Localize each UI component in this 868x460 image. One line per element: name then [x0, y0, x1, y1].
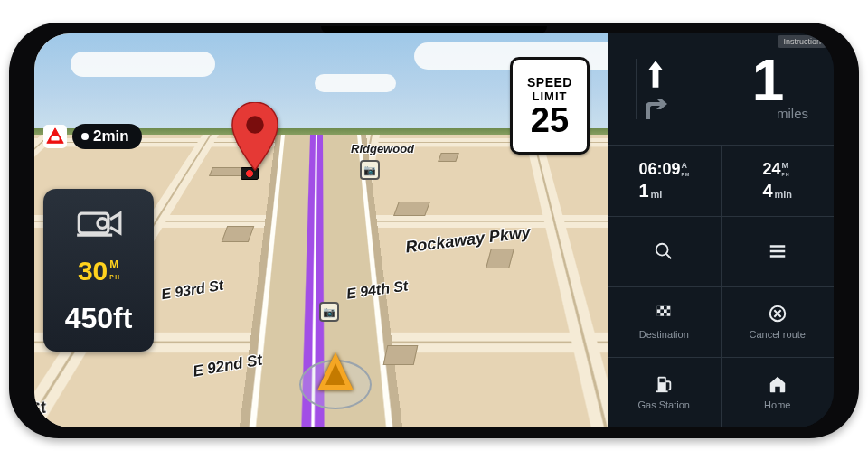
cancel-icon: [768, 304, 788, 324]
camera-poi-icon: 📷: [319, 302, 339, 322]
eta-time: 06:09AP M: [638, 160, 689, 179]
gas-pump-icon: [654, 374, 674, 394]
app-screen: 📷 📷 Ridgewood Rockaway Pkwy E 93rd St E …: [34, 33, 834, 427]
svg-rect-3: [79, 213, 108, 233]
speed-limit-sign: SPEED LIMIT 25: [510, 57, 590, 155]
svg-rect-2: [52, 136, 58, 138]
current-speed: 24MP H: [762, 160, 788, 179]
traffic-warning-badge[interactable]: 2min: [43, 124, 142, 149]
destination-label: Destination: [639, 329, 689, 340]
phone-frame: 📷 📷 Ridgewood Rockaway Pkwy E 93rd St E …: [9, 23, 859, 438]
arrow-straight-icon: [643, 59, 668, 89]
remaining-distance: 1mi: [638, 181, 662, 202]
svg-rect-7: [657, 306, 661, 310]
svg-rect-10: [667, 310, 671, 314]
phone-notch: [321, 26, 547, 33]
menu-icon: [768, 241, 788, 261]
traffic-warning-icon: [43, 125, 67, 148]
arrow-right-icon: [642, 97, 669, 120]
gas-station-button[interactable]: Gas Station: [608, 358, 722, 427]
instruction-tag: Instruction: [778, 35, 826, 48]
current-position-icon: [299, 351, 372, 423]
svg-point-0: [246, 116, 264, 134]
home-icon: [768, 374, 788, 394]
remaining-time: 4min: [762, 181, 792, 202]
search-button[interactable]: [608, 217, 722, 286]
next-distance-value: 1: [752, 58, 785, 104]
nav-sidebar: Instruction 1 miles 06:09AP M 1mi: [608, 33, 834, 427]
destination-pin-icon: [230, 102, 280, 173]
destination-button[interactable]: Destination: [608, 287, 722, 357]
gas-station-label: Gas Station: [638, 399, 690, 410]
camera-poi-icon: 📷: [360, 160, 380, 180]
flag-checkered-icon: [654, 304, 674, 324]
speed-limit-value: 25: [531, 103, 569, 137]
map-view[interactable]: 📷 📷 Ridgewood Rockaway Pkwy E 93rd St E …: [34, 33, 608, 427]
cancel-route-button[interactable]: Cancel route: [722, 287, 835, 357]
svg-point-5: [656, 244, 668, 256]
speed-camera-icon: [75, 205, 122, 241]
camera-speed: 30 MP H: [78, 256, 119, 286]
home-label: Home: [764, 399, 790, 410]
svg-rect-16: [656, 391, 668, 393]
menu-button[interactable]: [722, 217, 835, 286]
next-distance-unit: miles: [777, 106, 808, 121]
svg-rect-15: [660, 379, 665, 383]
svg-rect-11: [657, 313, 661, 316]
svg-point-4: [98, 219, 108, 229]
search-icon: [654, 241, 674, 261]
cancel-route-label: Cancel route: [750, 329, 806, 340]
trip-stats-row[interactable]: 06:09AP M 1mi 24MP H 4min: [608, 146, 834, 216]
next-instruction-panel[interactable]: Instruction 1 miles: [608, 33, 834, 146]
traffic-delay-value: 2min: [72, 124, 142, 149]
svg-rect-9: [661, 310, 665, 314]
home-button[interactable]: Home: [722, 358, 835, 427]
svg-rect-12: [664, 313, 667, 316]
camera-distance: 450ft: [65, 302, 133, 335]
speed-limit-label: SPEED: [527, 75, 572, 89]
svg-rect-8: [664, 306, 667, 310]
speed-camera-panel[interactable]: 30 MP H 450ft: [43, 189, 154, 352]
place-label: Ridgewood: [351, 142, 414, 155]
